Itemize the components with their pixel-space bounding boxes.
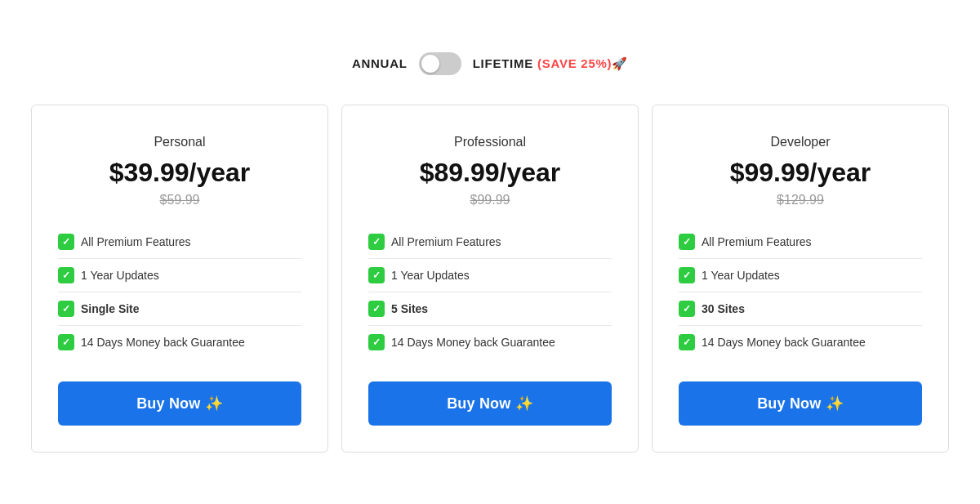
check-icon: ✓: [58, 334, 74, 350]
plan-price: $89.99/year: [420, 158, 561, 188]
check-icon: ✓: [679, 234, 695, 250]
plan-card-1: Professional$89.99/year$99.99✓All Premiu…: [341, 105, 639, 453]
feature-text: 5 Sites: [391, 302, 428, 315]
plan-card-0: Personal$39.99/year$59.99✓All Premium Fe…: [31, 105, 328, 453]
features-list: ✓All Premium Features✓1 Year Updates✓5 S…: [368, 225, 612, 359]
lifetime-label: LIFETIME (SAVE 25%)🚀: [473, 56, 628, 71]
feature-item: ✓1 Year Updates: [368, 259, 612, 292]
feature-text: 14 Days Money back Guarantee: [81, 336, 245, 349]
buy-now-button[interactable]: Buy Now ✨: [368, 381, 612, 426]
feature-item: ✓14 Days Money back Guarantee: [58, 326, 301, 359]
plan-original-price: $129.99: [777, 193, 824, 207]
feature-text: Single Site: [81, 302, 140, 315]
feature-text: All Premium Features: [391, 235, 501, 248]
feature-text: All Premium Features: [81, 235, 191, 248]
feature-text: 14 Days Money back Guarantee: [702, 336, 866, 349]
feature-item: ✓All Premium Features: [368, 225, 612, 259]
plan-card-2: Developer$99.99/year$129.99✓All Premium …: [652, 105, 949, 453]
feature-item: ✓14 Days Money back Guarantee: [368, 326, 612, 359]
plan-name: Personal: [154, 135, 205, 149]
buy-now-button[interactable]: Buy Now ✨: [58, 381, 301, 426]
feature-text: 1 Year Updates: [81, 269, 159, 282]
features-list: ✓All Premium Features✓1 Year Updates✓30 …: [679, 225, 922, 359]
check-icon: ✓: [679, 301, 695, 317]
plan-name: Professional: [454, 135, 526, 149]
check-icon: ✓: [58, 301, 74, 317]
check-icon: ✓: [679, 334, 695, 350]
feature-text: 1 Year Updates: [391, 269, 470, 282]
plan-price: $39.99/year: [109, 158, 251, 188]
feature-item: ✓Single Site: [58, 292, 301, 326]
toggle-switch[interactable]: [419, 52, 461, 75]
buy-now-button[interactable]: Buy Now ✨: [679, 381, 922, 426]
feature-item: ✓1 Year Updates: [58, 259, 301, 292]
feature-item: ✓5 Sites: [368, 292, 612, 326]
feature-text: All Premium Features: [702, 235, 812, 248]
feature-item: ✓1 Year Updates: [679, 259, 922, 292]
plans-container: Personal$39.99/year$59.99✓All Premium Fe…: [24, 105, 956, 453]
features-list: ✓All Premium Features✓1 Year Updates✓Sin…: [58, 225, 301, 359]
annual-label: ANNUAL: [352, 56, 408, 70]
plan-name: Developer: [771, 135, 831, 149]
check-icon: ✓: [58, 267, 74, 283]
feature-item: ✓30 Sites: [679, 292, 922, 326]
plan-original-price: $99.99: [470, 193, 510, 207]
feature-item: ✓All Premium Features: [679, 225, 922, 259]
check-icon: ✓: [368, 301, 385, 317]
plan-original-price: $59.99: [160, 193, 200, 207]
save-badge: (SAVE 25%)🚀: [537, 56, 628, 70]
toggle-thumb: [421, 55, 439, 73]
plan-price: $99.99/year: [730, 158, 871, 188]
check-icon: ✓: [368, 234, 385, 250]
feature-text: 30 Sites: [702, 302, 745, 315]
feature-text: 1 Year Updates: [702, 269, 780, 282]
feature-item: ✓All Premium Features: [58, 225, 301, 259]
feature-text: 14 Days Money back Guarantee: [391, 336, 555, 349]
check-icon: ✓: [58, 234, 74, 250]
billing-toggle: ANNUAL LIFETIME (SAVE 25%)🚀: [352, 52, 628, 75]
check-icon: ✓: [368, 334, 385, 350]
feature-item: ✓14 Days Money back Guarantee: [679, 326, 922, 359]
check-icon: ✓: [368, 267, 385, 283]
check-icon: ✓: [679, 267, 695, 283]
